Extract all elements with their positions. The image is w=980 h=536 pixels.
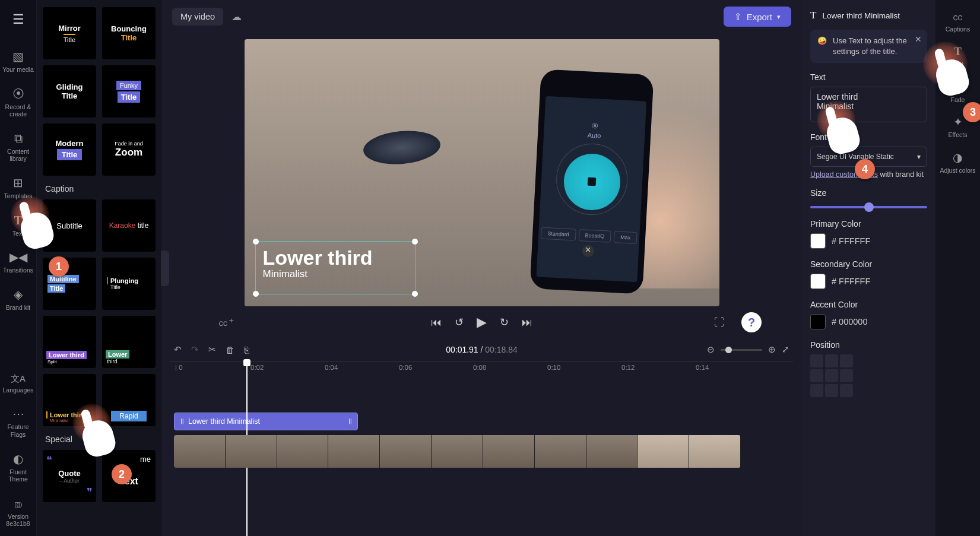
- tpl-modern-title[interactable]: ModernTitle: [43, 123, 96, 176]
- nav-fluent-theme[interactable]: ◐Fluent Theme: [0, 452, 36, 483]
- size-label: Size: [810, 188, 927, 198]
- properties-panel: T Lower third Minimalist 🤪 Use Text to a…: [802, 0, 935, 536]
- nav-version[interactable]: ⎄Version 8e3c1b8: [0, 496, 36, 528]
- clip-grip-icon: ⦀: [180, 417, 183, 426]
- nav-text[interactable]: TText: [12, 213, 24, 237]
- close-icon[interactable]: ✕: [915, 34, 922, 46]
- text-label: Text: [810, 72, 927, 82]
- tutorial-badge-3: 3: [963, 102, 980, 122]
- split-icon[interactable]: ✂: [208, 344, 216, 355]
- primary-color-swatch[interactable]: [810, 233, 826, 249]
- version-icon: ⎄: [15, 496, 22, 510]
- timeline-ruler[interactable]: | 0 0:02 0:04 0:06 0:08 0:10 0:12 0:14: [170, 361, 793, 376]
- undo-icon[interactable]: ↶: [174, 344, 182, 355]
- templates-icon: ⊞: [13, 176, 23, 190]
- duplicate-icon[interactable]: ⎘: [244, 345, 249, 355]
- font-label: Font: [810, 132, 927, 142]
- tpl-lower-third-green[interactable]: Lowerthird: [102, 316, 156, 368]
- nav-templates[interactable]: ⊞Templates: [4, 176, 33, 200]
- text-icon: T: [14, 213, 22, 227]
- secondary-color-value: # FFFFFF: [832, 277, 870, 286]
- chevron-down-icon: ▾: [777, 13, 781, 21]
- nav-transitions[interactable]: ▶◀Transitions: [3, 250, 33, 274]
- primary-color-value: # FFFFFF: [832, 236, 870, 246]
- nav-captions[interactable]: ㏄Captions: [946, 11, 970, 33]
- sync-icon[interactable]: ☁: [231, 11, 242, 23]
- lower-third-overlay[interactable]: Lower third Minimalist: [255, 241, 416, 294]
- tpl-subtitle[interactable]: Subtitle: [43, 199, 96, 252]
- tpl-gliding-title[interactable]: GlidingTitle: [43, 65, 96, 118]
- menu-icon[interactable]: ☰: [12, 12, 24, 27]
- nav-text-right[interactable]: TText: [952, 46, 963, 68]
- tpl-bouncing-title[interactable]: BouncingTitle: [102, 7, 156, 59]
- lower-third-title: Lower third: [263, 246, 408, 269]
- project-name[interactable]: My video: [172, 8, 223, 26]
- nav-adjust-colors[interactable]: ◑Adjust colors: [940, 152, 975, 174]
- chevron-down-icon: ▾: [917, 153, 921, 161]
- fade-icon: ◐: [953, 81, 963, 94]
- export-button[interactable]: ⇧ Export ▾: [724, 7, 791, 27]
- text-icon: T: [810, 9, 816, 21]
- zoom-fit-icon[interactable]: ⤢: [782, 344, 789, 355]
- nav-effects[interactable]: ✦Effects: [949, 116, 968, 138]
- position-label: Position: [810, 340, 927, 350]
- tpl-funky-title[interactable]: FunkyTitle: [102, 65, 156, 118]
- accent-color-swatch[interactable]: [810, 314, 826, 329]
- primary-color-label: Primary Color: [810, 219, 927, 229]
- scene-auto-button: [562, 153, 621, 212]
- zoom-in-icon[interactable]: ⊕: [768, 344, 776, 355]
- tpl-lower-third-split[interactable]: Lower thirdSplit: [43, 316, 96, 368]
- size-slider[interactable]: [810, 206, 927, 208]
- tutorial-badge-1: 1: [49, 256, 69, 277]
- tpl-plunging[interactable]: PlungingTitle: [102, 258, 156, 310]
- tpl-lower-third-minimalist[interactable]: Lower thirdMinimalist: [43, 374, 96, 426]
- primary-sidebar: ☰ ▧Your media ⦿Record & create ⧉Content …: [0, 0, 37, 536]
- nav-feature-flags[interactable]: ⋯Feature Flags: [0, 407, 36, 438]
- help-button[interactable]: ?: [741, 312, 762, 332]
- section-caption: Caption: [45, 184, 156, 194]
- captions-toggle[interactable]: ㏄⁺: [218, 315, 234, 329]
- nav-languages[interactable]: 文ALanguages: [3, 373, 34, 394]
- tpl-karaoke[interactable]: Karaoke title: [102, 199, 156, 252]
- topbar: My video ☁ ⇧ Export ▾: [161, 0, 802, 33]
- text-input[interactable]: Lower third Minimalist: [810, 87, 927, 122]
- skip-end-icon[interactable]: ⏭: [522, 316, 532, 329]
- delete-icon[interactable]: 🗑: [226, 345, 234, 355]
- tpl-mirror-title[interactable]: MirrorTitle: [43, 7, 96, 59]
- secondary-color-label: Secondary Color: [810, 259, 927, 269]
- zoom-out-icon[interactable]: ⊖: [707, 344, 715, 355]
- hint-card: 🤪 Use Text to adjust the settings of the…: [810, 30, 927, 63]
- secondary-color-swatch[interactable]: [810, 274, 826, 289]
- upload-icon: ⇧: [734, 11, 742, 22]
- timeline: ↶ ↷ ✂ 🗑 ⎘ 00:01.91 / 00:18.84 ⊖ ⊕ ⤢ | 0 …: [161, 338, 802, 536]
- properties-heading: Lower third Minimalist: [822, 11, 900, 20]
- secondary-sidebar: ㏄Captions TText ◐Fade ✦Effects ◑Adjust c…: [935, 0, 980, 536]
- position-grid[interactable]: [810, 354, 927, 397]
- play-icon[interactable]: ▶: [477, 315, 487, 330]
- nav-content-library[interactable]: ⧉Content library: [0, 131, 36, 163]
- nav-your-media[interactable]: ▧Your media: [2, 49, 34, 74]
- theme-icon: ◐: [13, 452, 23, 466]
- rewind-icon[interactable]: ↺: [455, 316, 464, 329]
- emoji-icon: 🤪: [817, 36, 827, 57]
- record-icon: ⦿: [12, 87, 24, 101]
- nav-fade[interactable]: ◐Fade: [951, 81, 965, 103]
- captions-icon: ㏄: [952, 11, 963, 23]
- flags-icon: ⋯: [12, 407, 24, 421]
- tpl-rapid[interactable]: Rapid: [102, 374, 156, 426]
- fullscreen-icon[interactable]: ⛶: [714, 316, 725, 329]
- nav-record-create[interactable]: ⦿Record & create: [0, 87, 36, 118]
- zoom-slider[interactable]: [721, 349, 762, 351]
- nav-brand-kit[interactable]: ◈Brand kit: [6, 287, 30, 312]
- forward-icon[interactable]: ↻: [500, 316, 509, 329]
- library-icon: ⧉: [14, 131, 23, 145]
- skip-start-icon[interactable]: ⏮: [431, 316, 442, 329]
- tpl-fade-zoom[interactable]: Fade in andZoom: [102, 123, 156, 176]
- brandkit-icon: ◈: [14, 287, 23, 302]
- timeline-video-clip[interactable]: [174, 435, 741, 468]
- tpl-quote[interactable]: ❝Quote– Author❞: [43, 450, 96, 502]
- timeline-text-clip[interactable]: ⦀ Lower third Minimalist ⦀: [174, 413, 358, 430]
- redo-icon[interactable]: ↷: [191, 344, 199, 355]
- accent-color-label: Accent Color: [810, 300, 927, 309]
- video-preview[interactable]: ⓐ Auto Standard BoostIQ Max ✕: [245, 39, 719, 306]
